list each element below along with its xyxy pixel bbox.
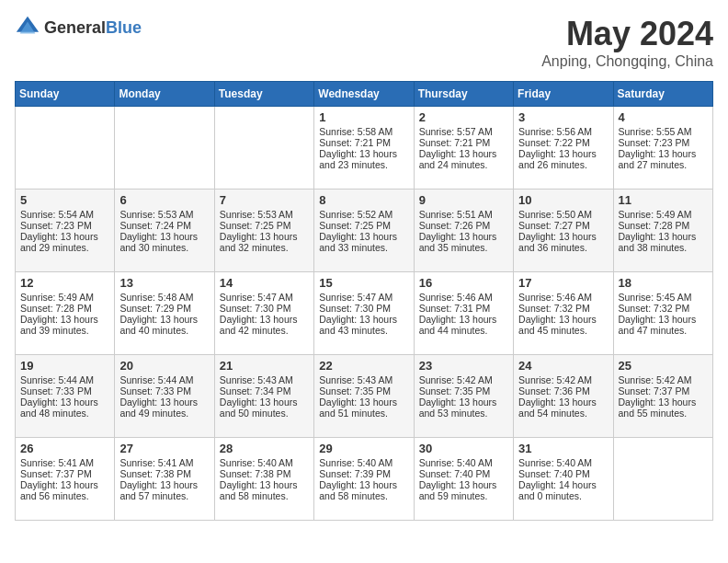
daylight-label: Daylight: 13 hours and 43 minutes. [319, 314, 397, 336]
calendar-week-row: 12 Sunrise: 5:49 AM Sunset: 7:28 PM Dayl… [16, 272, 713, 355]
sunrise: Sunrise: 5:47 AM [220, 292, 293, 303]
sunset: Sunset: 7:30 PM [319, 303, 391, 314]
day-number: 14 [220, 276, 309, 290]
daylight-label: Daylight: 13 hours and 42 minutes. [220, 314, 298, 336]
sunset: Sunset: 7:27 PM [518, 220, 590, 231]
subtitle: Anping, Chongqing, China [541, 53, 713, 70]
day-header-saturday: Saturday [613, 82, 712, 107]
sunset: Sunset: 7:23 PM [20, 220, 92, 231]
day-number: 23 [419, 359, 508, 373]
day-number: 11 [619, 193, 708, 207]
sunset: Sunset: 7:35 PM [319, 385, 391, 396]
day-number: 29 [319, 442, 408, 455]
daylight-label: Daylight: 13 hours and 36 minutes. [518, 231, 597, 253]
sunrise: Sunrise: 5:40 AM [419, 457, 493, 468]
sunset: Sunset: 7:28 PM [20, 303, 92, 314]
daylight-label: Daylight: 13 hours and 59 minutes. [419, 479, 497, 501]
day-number: 5 [20, 193, 109, 207]
daylight-label: Daylight: 13 hours and 44 minutes. [419, 314, 497, 336]
day-number: 16 [419, 276, 508, 290]
daylight-label: Daylight: 13 hours and 38 minutes. [619, 231, 697, 253]
sunrise: Sunrise: 5:53 AM [220, 209, 293, 220]
calendar-cell [214, 107, 313, 190]
sunset: Sunset: 7:36 PM [518, 385, 590, 396]
logo-blue: Blue [106, 18, 142, 37]
daylight-label: Daylight: 13 hours and 58 minutes. [220, 479, 298, 501]
sunrise: Sunrise: 5:40 AM [220, 457, 293, 468]
calendar-cell: 5 Sunrise: 5:54 AM Sunset: 7:23 PM Dayli… [16, 190, 115, 272]
sunset: Sunset: 7:40 PM [419, 468, 491, 479]
calendar-cell: 17 Sunrise: 5:46 AM Sunset: 7:32 PM Dayl… [514, 272, 613, 355]
sunset: Sunset: 7:30 PM [220, 303, 291, 314]
calendar-cell: 9 Sunrise: 5:51 AM Sunset: 7:26 PM Dayli… [414, 190, 513, 272]
day-header-tuesday: Tuesday [214, 82, 313, 107]
sunrise: Sunrise: 5:43 AM [220, 374, 293, 385]
daylight-label: Daylight: 13 hours and 29 minutes. [20, 231, 98, 253]
daylight-label: Daylight: 13 hours and 39 minutes. [20, 314, 98, 336]
day-number: 2 [419, 110, 508, 124]
sunset: Sunset: 7:26 PM [419, 220, 491, 231]
calendar-cell: 6 Sunrise: 5:53 AM Sunset: 7:24 PM Dayli… [115, 190, 214, 272]
sunrise: Sunrise: 5:42 AM [619, 374, 692, 385]
day-header-sunday: Sunday [16, 82, 115, 107]
sunset: Sunset: 7:23 PM [619, 137, 690, 148]
day-header-monday: Monday [115, 82, 214, 107]
daylight-label: Daylight: 13 hours and 24 minutes. [419, 148, 497, 170]
calendar-cell: 2 Sunrise: 5:57 AM Sunset: 7:21 PM Dayli… [414, 107, 513, 190]
calendar-cell [613, 438, 712, 521]
sunrise: Sunrise: 5:56 AM [518, 126, 592, 137]
sunrise: Sunrise: 5:45 AM [619, 292, 692, 303]
daylight-label: Daylight: 13 hours and 49 minutes. [119, 396, 198, 419]
day-header-thursday: Thursday [414, 82, 513, 107]
sunset: Sunset: 7:38 PM [119, 468, 191, 479]
daylight-label: Daylight: 13 hours and 35 minutes. [419, 231, 497, 253]
daylight-label: Daylight: 13 hours and 51 minutes. [319, 396, 397, 419]
sunset: Sunset: 7:37 PM [619, 385, 690, 396]
sunset: Sunset: 7:21 PM [419, 137, 491, 148]
sunset: Sunset: 7:21 PM [319, 137, 391, 148]
sunrise: Sunrise: 5:50 AM [518, 209, 592, 220]
calendar-week-row: 26 Sunrise: 5:41 AM Sunset: 7:37 PM Dayl… [16, 438, 713, 521]
sunrise: Sunrise: 5:46 AM [419, 292, 493, 303]
daylight-label: Daylight: 13 hours and 50 minutes. [220, 396, 298, 419]
calendar-cell: 21 Sunrise: 5:43 AM Sunset: 7:34 PM Dayl… [214, 355, 313, 438]
daylight-label: Daylight: 13 hours and 53 minutes. [419, 396, 497, 419]
day-number: 15 [319, 276, 408, 290]
calendar-cell: 31 Sunrise: 5:40 AM Sunset: 7:40 PM Dayl… [514, 438, 613, 521]
daylight-label: Daylight: 13 hours and 57 minutes. [119, 479, 198, 501]
calendar-cell: 7 Sunrise: 5:53 AM Sunset: 7:25 PM Dayli… [214, 190, 313, 272]
daylight-label: Daylight: 13 hours and 26 minutes. [518, 148, 597, 170]
sunset: Sunset: 7:33 PM [119, 385, 191, 396]
sunset: Sunset: 7:25 PM [220, 220, 291, 231]
sunrise: Sunrise: 5:52 AM [319, 209, 392, 220]
sunset: Sunset: 7:34 PM [220, 385, 291, 396]
day-number: 6 [119, 193, 209, 207]
daylight-label: Daylight: 13 hours and 30 minutes. [119, 231, 198, 253]
daylight-label: Daylight: 14 hours and 0 minutes. [518, 479, 597, 501]
calendar-cell: 18 Sunrise: 5:45 AM Sunset: 7:32 PM Dayl… [613, 272, 712, 355]
daylight-label: Daylight: 13 hours and 33 minutes. [319, 231, 397, 253]
sunrise: Sunrise: 5:40 AM [319, 457, 392, 468]
day-header-friday: Friday [514, 82, 613, 107]
sunset: Sunset: 7:38 PM [220, 468, 291, 479]
title-block: May 2024 Anping, Chongqing, China [541, 15, 713, 70]
calendar-cell: 23 Sunrise: 5:42 AM Sunset: 7:35 PM Dayl… [414, 355, 513, 438]
calendar-cell: 3 Sunrise: 5:56 AM Sunset: 7:22 PM Dayli… [514, 107, 613, 190]
day-number: 20 [119, 359, 209, 373]
sunrise: Sunrise: 5:51 AM [419, 209, 493, 220]
calendar-cell: 20 Sunrise: 5:44 AM Sunset: 7:33 PM Dayl… [115, 355, 214, 438]
sunset: Sunset: 7:32 PM [518, 303, 590, 314]
daylight-label: Daylight: 13 hours and 55 minutes. [619, 396, 697, 419]
main-title: May 2024 [541, 15, 713, 53]
sunset: Sunset: 7:39 PM [319, 468, 391, 479]
sunrise: Sunrise: 5:42 AM [518, 374, 592, 385]
day-number: 9 [419, 193, 508, 207]
calendar-cell: 4 Sunrise: 5:55 AM Sunset: 7:23 PM Dayli… [613, 107, 712, 190]
logo-icon [15, 15, 40, 40]
day-number: 28 [220, 442, 309, 455]
sunrise: Sunrise: 5:57 AM [419, 126, 493, 137]
calendar-cell: 29 Sunrise: 5:40 AM Sunset: 7:39 PM Dayl… [314, 438, 414, 521]
sunset: Sunset: 7:37 PM [20, 468, 92, 479]
sunrise: Sunrise: 5:44 AM [20, 374, 94, 385]
sunrise: Sunrise: 5:49 AM [20, 292, 94, 303]
